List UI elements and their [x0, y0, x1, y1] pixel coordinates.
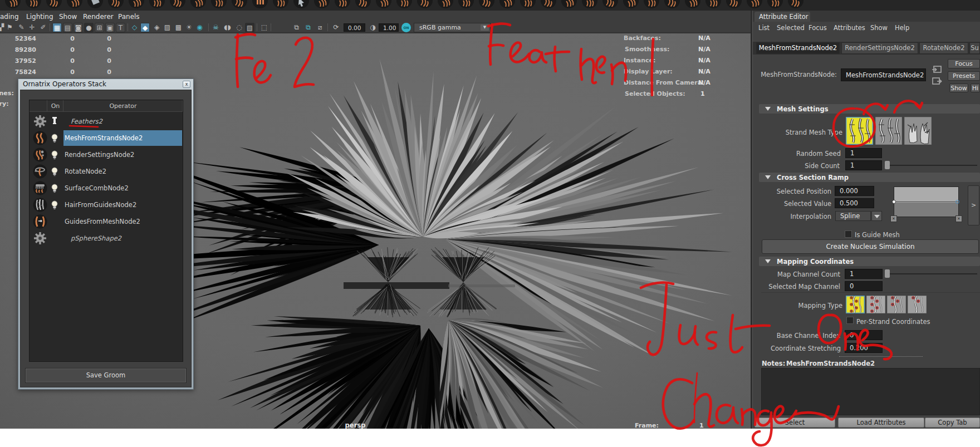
- menu-lighting[interactable]: Lighting: [26, 13, 53, 21]
- shadows-icon[interactable]: ☠: [211, 23, 220, 32]
- ramp-handle-left[interactable]: [892, 200, 896, 204]
- paint-icon[interactable]: ✐: [38, 23, 48, 32]
- presets-button[interactable]: Presets: [948, 71, 980, 81]
- ramp-handle-right[interactable]: [955, 200, 959, 204]
- gradient-icon[interactable]: ▧: [245, 23, 254, 32]
- create-nucleus-simulation-button[interactable]: Create Nucleus Simulation: [762, 239, 979, 254]
- list-item-rendersettings[interactable]: RenderSettingsNode2: [30, 146, 183, 163]
- load-attributes-button[interactable]: Load Attributes: [838, 417, 924, 428]
- colorspace-dropdown[interactable]: sRGB gamma▼: [414, 23, 491, 32]
- selected-value-field[interactable]: 0.500: [835, 198, 874, 208]
- strand-mesh-type-option-3[interactable]: [904, 117, 932, 145]
- copy-tab-button[interactable]: Copy Tab: [925, 417, 980, 428]
- viewport-3d[interactable]: 52364 0 0 89280 0 0 37952 0 0 75824 0 0 …: [0, 33, 751, 429]
- xray-icon[interactable]: ▩: [174, 23, 183, 32]
- exposure-icon[interactable]: ⟳: [331, 23, 341, 32]
- save-groom-button[interactable]: Save Groom: [26, 369, 186, 382]
- tab-meshfromstrands[interactable]: MeshFromStrandsNode2: [756, 42, 840, 54]
- bulb-icon[interactable]: [51, 199, 58, 210]
- interpolation-dropdown-arrow[interactable]: [871, 211, 882, 221]
- color-management-toggle[interactable]: ON: [401, 23, 411, 32]
- strand-mesh-type-option-2[interactable]: [875, 117, 902, 145]
- menu-shading[interactable]: ading: [0, 13, 19, 21]
- tab-rendersettings[interactable]: RenderSettingsNode2: [841, 42, 918, 54]
- mapping-type-option-2[interactable]: [866, 296, 885, 313]
- copy-window-icon[interactable]: ⧉: [292, 23, 301, 32]
- node-name-field[interactable]: MeshFromStrandsNode2: [841, 68, 926, 81]
- lighting-icon[interactable]: ☀: [184, 23, 194, 32]
- motionblur-icon[interactable]: ◌: [234, 23, 244, 32]
- gamma-field[interactable]: 1.00: [379, 23, 399, 32]
- list-item-rotate[interactable]: RotateNode2: [30, 163, 183, 180]
- menu-panels[interactable]: Panels: [118, 13, 140, 21]
- connect-input-icon[interactable]: [932, 65, 943, 75]
- section-cross-section-ramp[interactable]: Cross Section Ramp: [759, 173, 980, 182]
- gamma-icon[interactable]: ◑: [368, 23, 378, 32]
- show-button[interactable]: Show: [949, 83, 968, 92]
- ao-icon[interactable]: ◖◗: [223, 23, 232, 32]
- ae-menu-help[interactable]: Help: [895, 24, 909, 32]
- map-channel-count-slider[interactable]: [885, 269, 890, 278]
- select-tool-icon[interactable]: ✛: [27, 23, 37, 32]
- bulb-icon[interactable]: [51, 149, 58, 160]
- connect-output-icon[interactable]: [932, 77, 943, 86]
- safe-title-icon[interactable]: T: [116, 23, 125, 32]
- pen-icon[interactable]: ✎: [17, 23, 26, 32]
- safe-action-icon[interactable]: ▣: [105, 23, 115, 32]
- list-item-feathers2[interactable]: Feathers2: [30, 113, 183, 130]
- base-channel-index-field[interactable]: 0: [845, 330, 883, 340]
- textured-icon[interactable]: ▨: [163, 23, 172, 32]
- exposure-field[interactable]: 0.00: [344, 23, 365, 32]
- random-seed-field[interactable]: 1: [845, 148, 882, 158]
- shaded-textured-icon[interactable]: ◈: [152, 23, 161, 32]
- bulb-icon[interactable]: [51, 166, 58, 177]
- paste-window-icon[interactable]: ⧉: [303, 23, 313, 32]
- field-chart-icon[interactable]: ⊞: [95, 23, 104, 32]
- default-light-icon[interactable]: ◉: [195, 23, 204, 32]
- ae-menu-list[interactable]: List: [758, 24, 770, 32]
- isolate-select-icon[interactable]: ⬚: [259, 23, 269, 32]
- bookmark-icon[interactable]: ⚑: [5, 23, 14, 32]
- coordinate-stretching-field[interactable]: 0.200: [845, 343, 883, 353]
- selected-map-channel-field[interactable]: 0: [845, 281, 883, 291]
- list-item-guidesfrommesh[interactable]: GuidesFromMeshNode2: [30, 213, 183, 230]
- ramp-delete-left-icon[interactable]: ✕: [890, 215, 897, 222]
- section-mapping-coordinates[interactable]: Mapping Coordinates: [759, 257, 980, 266]
- side-count-slider[interactable]: [885, 161, 890, 169]
- strand-mesh-type-option-1[interactable]: [846, 117, 873, 145]
- ae-menu-selected[interactable]: Selected: [777, 24, 805, 32]
- ramp-delete-right-icon[interactable]: ✕: [955, 215, 962, 222]
- shaded-icon[interactable]: ◆: [140, 23, 150, 32]
- side-count-field[interactable]: 1: [845, 160, 882, 170]
- pin-icon[interactable]: [51, 116, 58, 127]
- bulb-icon[interactable]: [51, 183, 58, 194]
- bulb-icon[interactable]: [51, 132, 58, 144]
- zoom-window-icon[interactable]: ⧄: [315, 23, 325, 32]
- mapping-type-option-1[interactable]: [846, 296, 865, 313]
- film-gate-icon[interactable]: ▤: [63, 23, 72, 32]
- selected-position-field[interactable]: 0.000: [835, 186, 874, 196]
- tab-rotate[interactable]: RotateNode2: [919, 42, 968, 54]
- list-item-surfacecomb[interactable]: SurfaceCombNode2: [30, 180, 183, 197]
- focus-button[interactable]: Focus: [948, 59, 980, 68]
- section-mesh-settings[interactable]: Mesh Settings: [759, 104, 980, 114]
- mapping-type-option-3[interactable]: [887, 296, 906, 313]
- gate-mask-icon[interactable]: ●: [84, 23, 94, 32]
- menu-show[interactable]: Show: [59, 13, 77, 21]
- select-button[interactable]: Select: [754, 417, 835, 428]
- tab-surfacecomb[interactable]: Su: [969, 42, 980, 54]
- close-icon[interactable]: x: [183, 81, 190, 88]
- is-guide-mesh-checkbox[interactable]: [845, 230, 852, 238]
- ramp-expand-button[interactable]: >: [968, 185, 979, 225]
- per-strand-coordinates-checkbox[interactable]: [846, 317, 854, 324]
- list-item-hairfromguides[interactable]: HairFromGuidesNode2: [30, 197, 183, 213]
- interpolation-dropdown[interactable]: Spline: [835, 211, 871, 221]
- grid-view-icon[interactable]: ▦: [52, 23, 62, 32]
- ae-menu-focus[interactable]: Focus: [808, 24, 827, 32]
- list-item-psphereshape[interactable]: pSphereShape2: [30, 230, 183, 247]
- list-item-meshfromstrands[interactable]: MeshFromStrandsNode2: [30, 130, 183, 146]
- resolution-gate-icon[interactable]: ◙: [74, 23, 83, 32]
- notes-textarea[interactable]: [761, 368, 980, 415]
- ae-menu-attributes[interactable]: Attributes: [834, 24, 865, 32]
- ae-menu-show[interactable]: Show: [870, 24, 888, 32]
